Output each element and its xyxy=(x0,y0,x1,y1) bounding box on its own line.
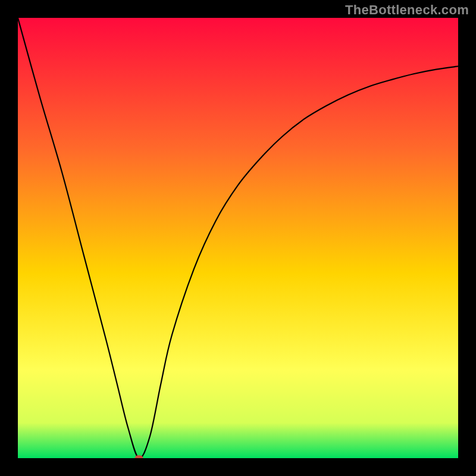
chart-frame: TheBottleneck.com xyxy=(0,0,476,476)
plot-area xyxy=(18,18,458,458)
watermark-text: TheBottleneck.com xyxy=(345,2,469,18)
gradient-background xyxy=(18,18,458,458)
chart-svg xyxy=(18,18,458,458)
